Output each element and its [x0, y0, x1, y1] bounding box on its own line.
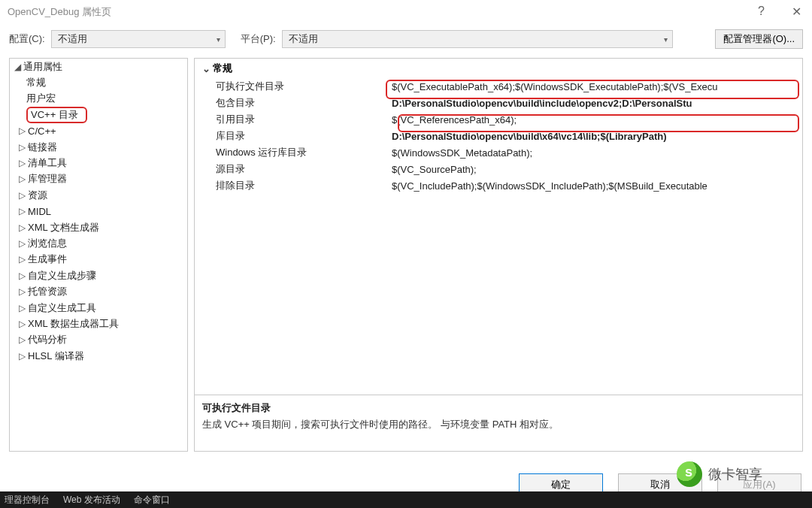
tree-item-label: 生成事件: [28, 252, 67, 266]
tree-root-label: 通用属性: [23, 60, 62, 74]
property-row[interactable]: Windows 运行库目录$(WindowsSDK_MetadataPath);: [195, 144, 802, 161]
tree-item[interactable]: ▷代码分析: [10, 332, 187, 348]
expand-icon: ▷: [16, 319, 28, 329]
config-combo[interactable]: 不适用 ▾: [51, 30, 226, 48]
property-row[interactable]: 库目录D:\PersonalStudio\opencv\build\x64\vc…: [195, 128, 802, 144]
tree-root[interactable]: ◢通用属性: [10, 59, 187, 74]
tree-item[interactable]: ▷库管理器: [10, 171, 187, 187]
property-row[interactable]: 包含目录D:\PersonalStudio\opencv\build\inclu…: [195, 95, 802, 111]
expand-icon: ▷: [16, 222, 28, 233]
tree-item[interactable]: 用户宏: [10, 91, 187, 107]
tree-item[interactable]: VC++ 目录: [10, 107, 187, 122]
tree-item-label: XML 数据生成器工具: [28, 317, 119, 331]
platform-label: 平台(P):: [241, 32, 276, 46]
property-label: 排除目录: [195, 179, 392, 192]
chevron-down-icon: ▾: [217, 35, 220, 44]
property-value: $(VC_SourcePath);: [392, 164, 802, 175]
tree-item[interactable]: ▷XML 数据生成器工具: [10, 316, 187, 331]
tree-item-label: 链接器: [28, 141, 57, 154]
collapse-icon: ⌄: [199, 63, 213, 74]
property-value: $(VC_ExecutablePath_x64);$(WindowsSDK_Ex…: [392, 81, 802, 92]
help-icon[interactable]: ?: [753, 3, 769, 20]
tree-item[interactable]: ▷清单工具: [10, 155, 187, 171]
status-bar: 理器控制台 Web 发布活动 命令窗口: [0, 491, 812, 508]
watermark-icon: [677, 461, 702, 487]
expand-icon: ◢: [11, 62, 23, 72]
tree-item[interactable]: ▷XML 文档生成器: [10, 219, 187, 235]
platform-combo[interactable]: 不适用 ▾: [282, 30, 673, 48]
tree-item-label: MIDL: [28, 206, 51, 217]
tree-item-label: 常规: [26, 76, 46, 89]
title-bar: OpenCV_Debug 属性页 ? ✕: [0, 0, 812, 23]
tree-item[interactable]: ▷C/C++: [10, 123, 187, 139]
expand-icon: ▷: [16, 190, 28, 201]
property-row[interactable]: 排除目录$(VC_IncludePath);$(WindowsSDK_Inclu…: [195, 177, 802, 194]
expand-icon: ▷: [16, 286, 28, 297]
property-label: 库目录: [195, 129, 392, 143]
status-item[interactable]: 理器控制台: [5, 494, 50, 506]
expand-icon: ▷: [16, 174, 28, 184]
tree-item[interactable]: ▷MIDL: [10, 204, 187, 219]
status-item[interactable]: Web 发布活动: [63, 494, 120, 506]
tree-item-label: HLSL 编译器: [28, 349, 84, 363]
tree-item-label: VC++ 目录: [26, 107, 87, 123]
tree-item-label: 用户宏: [26, 92, 56, 105]
property-label: 包含目录: [195, 96, 392, 110]
watermark: 微卡智享: [677, 461, 762, 487]
property-value: $(VC_ReferencesPath_x64);: [392, 114, 802, 125]
platform-value: 不适用: [289, 32, 318, 46]
tree-item-label: 托管资源: [28, 285, 67, 298]
tree-item[interactable]: ▷托管资源: [10, 283, 187, 299]
watermark-text: 微卡智享: [708, 465, 762, 483]
description-pane: 可执行文件目录 生成 VC++ 项目期间，搜索可执行文件时使用的路径。 与环境变…: [195, 395, 802, 451]
tree-item-label: 清单工具: [28, 156, 67, 170]
tree-item-label: 代码分析: [28, 333, 67, 346]
tree-item[interactable]: 常规: [10, 74, 187, 90]
description-title: 可执行文件目录: [202, 401, 795, 415]
expand-icon: ▷: [16, 351, 28, 361]
tree-item[interactable]: ▷浏览信息: [10, 235, 187, 251]
expand-icon: ▷: [16, 206, 28, 216]
chevron-down-icon: ▾: [664, 35, 668, 44]
expand-icon: ▷: [16, 238, 28, 249]
property-value: D:\PersonalStudio\opencv\build\x64\vc14\…: [392, 131, 802, 142]
expand-icon: ▷: [16, 334, 28, 345]
section-header[interactable]: ⌄ 常规: [195, 59, 802, 78]
property-row[interactable]: 可执行文件目录$(VC_ExecutablePath_x64);$(Window…: [195, 78, 802, 95]
tree-item-label: 自定义生成工具: [28, 301, 96, 315]
property-label: 可执行文件目录: [195, 80, 392, 93]
tree-item[interactable]: ▷资源: [10, 187, 187, 203]
tree-item-label: XML 文档生成器: [28, 221, 99, 234]
property-row[interactable]: 源目录$(VC_SourcePath);: [195, 161, 802, 177]
section-title: 常规: [213, 62, 232, 75]
expand-icon: ▷: [16, 271, 28, 281]
tree-item-label: 资源: [28, 189, 47, 202]
property-label: Windows 运行库目录: [195, 146, 392, 159]
expand-icon: ▷: [16, 142, 28, 153]
expand-icon: ▷: [16, 158, 28, 168]
tree-item[interactable]: ▷生成事件: [10, 252, 187, 268]
close-icon[interactable]: ✕: [787, 3, 806, 20]
tree-item[interactable]: ▷链接器: [10, 139, 187, 155]
property-label: 引用目录: [195, 113, 392, 126]
status-item[interactable]: 命令窗口: [134, 494, 170, 506]
property-value: D:\PersonalStudio\opencv\build\include\o…: [392, 98, 802, 109]
expand-icon: ▷: [16, 303, 28, 313]
tree-item-label: 浏览信息: [28, 237, 67, 250]
expand-icon: ▷: [16, 254, 28, 265]
property-value: $(VC_IncludePath);$(WindowsSDK_IncludePa…: [392, 180, 802, 192]
tree-item-label: 自定义生成步骤: [28, 269, 96, 283]
property-row[interactable]: 引用目录$(VC_ReferencesPath_x64);: [195, 111, 802, 128]
tree-item[interactable]: ▷自定义生成工具: [10, 300, 187, 316]
tree-item-label: 库管理器: [28, 172, 67, 186]
sidebar-tree[interactable]: ◢通用属性常规用户宏VC++ 目录▷C/C++▷链接器▷清单工具▷库管理器▷资源…: [9, 58, 188, 452]
expand-icon: ▷: [16, 125, 28, 136]
config-manager-button[interactable]: 配置管理器(O)...: [715, 29, 803, 49]
property-label: 源目录: [195, 162, 392, 176]
description-body: 生成 VC++ 项目期间，搜索可执行文件时使用的路径。 与环境变量 PATH 相…: [202, 418, 795, 431]
tree-item[interactable]: ▷HLSL 编译器: [10, 348, 187, 364]
toolbar: 配置(C): 不适用 ▾ 平台(P): 不适用 ▾ 配置管理器(O)...: [0, 23, 812, 58]
tree-item[interactable]: ▷自定义生成步骤: [10, 268, 187, 283]
property-panel: ⌄ 常规 可执行文件目录$(VC_ExecutablePath_x64);$(W…: [194, 58, 803, 452]
property-value: $(WindowsSDK_MetadataPath);: [392, 147, 802, 159]
